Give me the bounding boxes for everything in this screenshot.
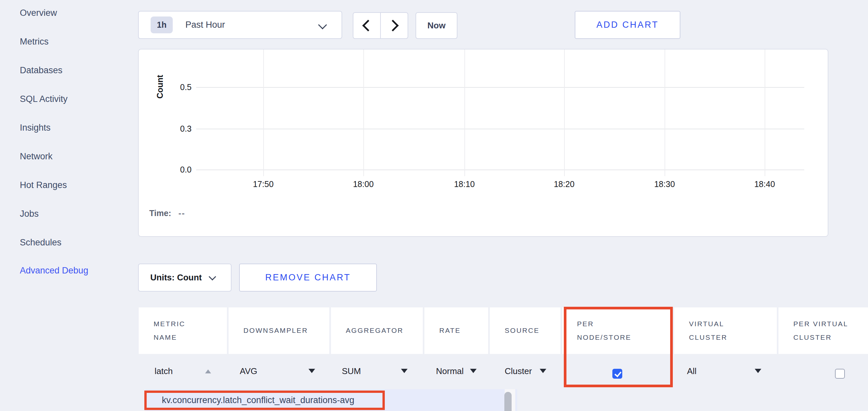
time-range-label: Past Hour: [185, 20, 225, 30]
caret-down-icon[interactable]: [540, 369, 546, 373]
col-header-per-virtual-cluster: PER VIRTUAL CLUSTER: [778, 307, 868, 354]
v-gridline: [263, 49, 264, 176]
col-header-rate: RATE: [425, 307, 488, 354]
time-window-pager: [353, 12, 408, 39]
chevron-down-icon: [318, 21, 327, 29]
col-header-source: SOURCE: [490, 307, 560, 354]
v-gridline: [564, 49, 565, 176]
source-select[interactable]: Cluster: [505, 366, 532, 376]
x-tick-label: 18:30: [654, 179, 675, 189]
sidebar-item-overview[interactable]: Overview: [20, 8, 57, 18]
hover-time-readout: Time:--: [149, 208, 185, 218]
col-header-per-node-store: PER NODE/STORE: [562, 307, 673, 354]
col-header-downsampler: DOWNSAMPLER: [228, 307, 329, 354]
metric-suggestion-dropdown: kv.concurrency.latch_conflict_wait_durat…: [145, 389, 517, 411]
time-range-selector[interactable]: 1h Past Hour: [138, 11, 342, 39]
sidebar-item-insights[interactable]: Insights: [20, 123, 51, 133]
sidebar-item-sql-activity[interactable]: SQL Activity: [20, 94, 68, 104]
sidebar-item-schedules[interactable]: Schedules: [20, 238, 61, 248]
per-virtual-cluster-checkbox[interactable]: [835, 369, 845, 379]
sidebar-item-network[interactable]: Network: [20, 151, 53, 162]
hover-time-label: Time:: [149, 208, 171, 218]
rate-select[interactable]: Normal: [436, 366, 464, 376]
caret-down-icon[interactable]: [470, 369, 476, 373]
custom-chart-panel[interactable]: Count 0.5 0.3 0.0 17:50 18:00 18:10 18:2…: [138, 49, 828, 237]
virtual-cluster-select[interactable]: All: [687, 366, 696, 376]
units-dropdown-label: Units: Count: [150, 272, 202, 283]
per-node-store-checkbox[interactable]: [612, 369, 622, 379]
y-tick-label: 0.5: [167, 82, 192, 92]
downsampler-value: AVG: [240, 366, 257, 376]
metric-name-combobox[interactable]: latch: [155, 366, 173, 376]
chevron-left-icon: [362, 20, 374, 31]
v-gridline: [664, 49, 665, 176]
sidebar-item-metrics[interactable]: Metrics: [20, 37, 49, 47]
x-tick-label: 18:20: [554, 179, 575, 189]
v-gridline: [464, 49, 465, 176]
col-header-virtual-cluster: VIRTUAL CLUSTER: [674, 307, 777, 354]
source-value: Cluster: [505, 366, 532, 376]
y-tick-label: 0.0: [167, 165, 192, 174]
sidebar-item-jobs[interactable]: Jobs: [20, 209, 39, 219]
v-gridline: [363, 49, 364, 176]
h-gridline: [196, 87, 804, 88]
x-tick-label: 17:50: [253, 179, 274, 189]
chevron-down-icon: [209, 273, 216, 280]
sidebar-item-hot-ranges[interactable]: Hot Ranges: [20, 180, 67, 190]
virtual-cluster-value: All: [687, 366, 696, 376]
aggregator-value: SUM: [342, 366, 361, 376]
rate-value: Normal: [436, 366, 464, 376]
metric-suggestion-item[interactable]: kv.concurrency.latch_conflict_wait_durat…: [162, 395, 354, 405]
x-tick-label: 18:00: [353, 179, 374, 189]
h-gridline: [196, 170, 804, 170]
aggregator-select[interactable]: SUM: [342, 366, 361, 376]
caret-down-icon[interactable]: [309, 369, 315, 373]
time-range-badge: 1h: [151, 16, 173, 33]
v-gridline: [765, 49, 765, 176]
downsampler-select[interactable]: AVG: [240, 366, 257, 376]
caret-down-icon[interactable]: [755, 369, 761, 373]
hover-time-value: --: [178, 208, 185, 218]
add-chart-button[interactable]: ADD CHART: [575, 11, 680, 39]
sidebar-item-databases[interactable]: Databases: [20, 65, 62, 75]
advanced-debug-custom-chart-page: Overview Metrics Databases SQL Activity …: [0, 0, 868, 411]
x-tick-label: 18:10: [454, 179, 475, 189]
metric-name-value: latch: [155, 366, 173, 376]
previous-time-window-button[interactable]: [353, 12, 381, 39]
caret-up-icon[interactable]: [205, 370, 211, 373]
y-axis-label: Count: [155, 75, 165, 99]
next-time-window-button[interactable]: [380, 12, 408, 39]
h-gridline: [196, 129, 804, 129]
now-button[interactable]: Now: [415, 12, 458, 39]
units-dropdown[interactable]: Units: Count: [138, 264, 231, 292]
y-tick-label: 0.3: [167, 124, 192, 134]
col-header-aggregator: AGGREGATOR: [331, 307, 423, 354]
sidebar-item-advanced-debug[interactable]: Advanced Debug: [20, 266, 88, 276]
remove-chart-button[interactable]: REMOVE CHART: [239, 264, 377, 292]
col-header-metric-name: METRIC NAME: [139, 307, 227, 354]
x-tick-label: 18:40: [754, 179, 775, 189]
dropdown-scrollbar-track[interactable]: [505, 389, 515, 411]
dropdown-scrollbar-thumb[interactable]: [504, 392, 512, 411]
chevron-right-icon: [387, 20, 399, 31]
caret-down-icon[interactable]: [401, 369, 408, 373]
